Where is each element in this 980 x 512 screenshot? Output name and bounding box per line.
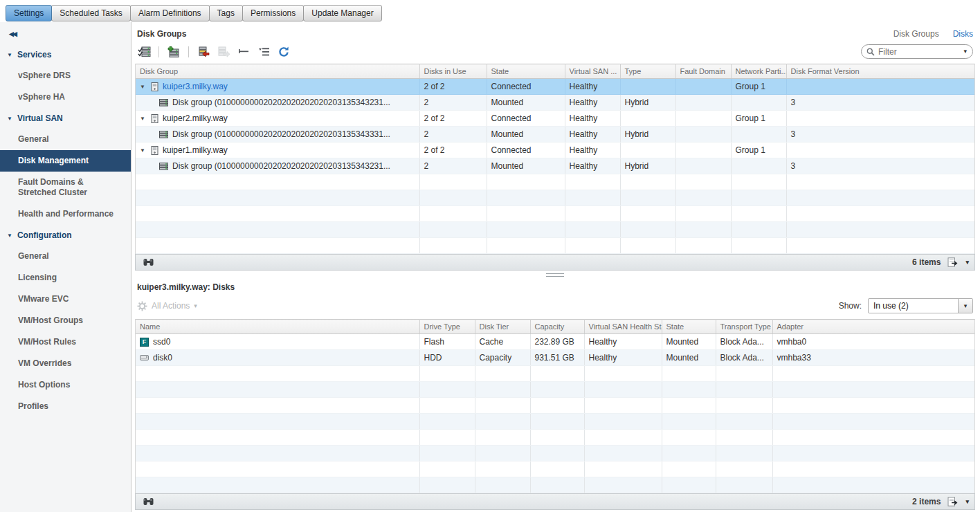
sidebar-item-vsphere-drs[interactable]: vSphere DRS (0, 65, 131, 86)
disk-group-icon (159, 163, 168, 170)
sidebar-collapse-icon[interactable]: ◀◀ (0, 29, 131, 44)
sidebar-item-vm-host-rules[interactable]: VM/Host Rules (0, 331, 131, 353)
cell-state: Connected (487, 111, 565, 127)
empty-cell (731, 174, 786, 190)
column-header-adapter[interactable]: Adapter (772, 320, 974, 334)
sidebar-item-host-options[interactable]: Host Options (0, 374, 131, 396)
sidebar-item-health-and-performance[interactable]: Health and Performance (0, 203, 131, 225)
row-expander-icon[interactable]: ▼ (140, 84, 147, 90)
view-link-disks[interactable]: Disks (953, 29, 973, 39)
find-icon[interactable] (141, 256, 155, 268)
refresh-icon[interactable] (277, 46, 291, 58)
column-header-disk-tier[interactable]: Disk Tier (475, 320, 530, 334)
export-icon[interactable] (946, 256, 960, 268)
create-disk-group-icon[interactable] (167, 46, 181, 58)
row-expander-icon[interactable]: ▼ (140, 116, 147, 122)
tab-permissions[interactable]: Permissions (242, 5, 304, 21)
expand-all-icon[interactable] (257, 46, 271, 58)
filter-caret-icon[interactable]: ▾ (963, 48, 967, 55)
all-actions-button[interactable]: All Actions ▾ (137, 301, 197, 311)
empty-cell (565, 238, 620, 254)
column-header-transport-type[interactable]: Transport Type (716, 320, 772, 334)
sidebar-section-virtual-san[interactable]: ▼Virtual SAN (0, 108, 131, 129)
sidebar-item-licensing[interactable]: Licensing (0, 267, 131, 289)
column-header-network-parti[interactable]: Network Parti... (731, 64, 786, 79)
sidebar-section-services[interactable]: ▼Services (0, 44, 131, 65)
column-header-fault-domain[interactable]: Fault Domain (675, 64, 731, 79)
filter-input[interactable] (878, 47, 960, 57)
empty-row (136, 382, 974, 398)
empty-row (136, 477, 974, 493)
sidebar-item-profiles[interactable]: Profiles (0, 396, 131, 417)
cell-state: Connected (487, 143, 565, 158)
sidebar-item-general[interactable]: General (0, 129, 131, 150)
cell-state: Mounted (487, 127, 565, 143)
view-link-disk-groups[interactable]: Disk Groups (893, 29, 939, 39)
column-header-state[interactable]: State (662, 320, 716, 334)
empty-cell (620, 222, 675, 238)
host-name-link[interactable]: kuiper3.milky.way (163, 82, 228, 91)
host-name-link[interactable]: kuiper1.milky.way (163, 145, 228, 155)
filter-box[interactable]: ▾ (861, 44, 973, 59)
show-dropdown[interactable]: In use (2) ▾ (868, 298, 973, 313)
export-caret-icon[interactable]: ▾ (965, 499, 969, 505)
disk-group-row[interactable]: Disk group (0100000000202020202020202031… (136, 95, 974, 111)
tab-scheduled-tasks[interactable]: Scheduled Tasks (51, 5, 131, 21)
empty-cell (675, 206, 731, 222)
disk-row[interactable]: Fssd0FlashCache232.89 GBHealthyMountedBl… (136, 334, 974, 350)
column-header-drive-type[interactable]: Drive Type (419, 320, 475, 334)
column-header-virtual-san-health-status[interactable]: Virtual SAN Health Status (584, 320, 662, 334)
sidebar-item-vm-overrides[interactable]: VM Overrides (0, 353, 131, 374)
empty-cell (662, 446, 716, 461)
disk-group-row[interactable]: Disk group (0100000000202020202020202031… (136, 127, 974, 143)
export-caret-icon[interactable]: ▾ (965, 259, 969, 266)
column-header-state[interactable]: State (487, 64, 565, 79)
column-header-type[interactable]: Type (620, 64, 675, 79)
empty-cell (662, 477, 716, 493)
panel-splitter[interactable] (135, 271, 975, 280)
empty-cell (772, 366, 974, 382)
host-name-link[interactable]: kuiper2.milky.way (163, 113, 228, 123)
column-header-virtual-san[interactable]: Virtual SAN ... (565, 64, 620, 79)
empty-cell (530, 461, 584, 477)
empty-cell (136, 446, 419, 461)
sidebar-item-vm-host-groups[interactable]: VM/Host Groups (0, 310, 131, 331)
tab-update-manager[interactable]: Update Manager (303, 5, 381, 21)
empty-cell (419, 190, 487, 206)
sidebar-item-fault-domains-stretched-cluster[interactable]: Fault Domains & Stretched Cluster (0, 172, 131, 203)
collapse-all-icon[interactable] (237, 46, 251, 58)
disk-row[interactable]: disk0HDDCapacity931.51 GBHealthyMountedB… (136, 350, 974, 366)
sidebar-section-configuration[interactable]: ▼Configuration (0, 225, 131, 246)
disk-group-row[interactable]: Disk group (0100000000202020202020202031… (136, 158, 974, 174)
column-header-capacity[interactable]: Capacity (530, 320, 584, 334)
empty-cell (136, 398, 419, 414)
export-icon[interactable] (946, 495, 960, 508)
column-header-disk-format-version[interactable]: Disk Format Version (786, 64, 974, 79)
column-header-disks-in-use[interactable]: Disks in Use (419, 64, 487, 79)
empty-cell (716, 430, 772, 446)
empty-cell (136, 174, 419, 190)
tab-alarm-definitions[interactable]: Alarm Definitions (130, 5, 210, 21)
empty-cell (136, 461, 419, 477)
sidebar-item-vmware-evc[interactable]: VMware EVC (0, 289, 131, 310)
host-row[interactable]: ▼kuiper1.milky.way2 of 2ConnectedHealthy… (136, 143, 974, 158)
remove-disk-group-icon[interactable] (197, 46, 210, 58)
cell-disk-format-version: 3 (786, 127, 974, 143)
tab-settings[interactable]: Settings (6, 5, 52, 21)
row-expander-icon[interactable]: ▼ (140, 147, 147, 154)
column-header-name[interactable]: Name (136, 320, 419, 334)
sidebar-item-vsphere-ha[interactable]: vSphere HA (0, 86, 131, 108)
name-cell: Disk group (0100000000202020202020202031… (136, 127, 419, 143)
claim-disks-icon[interactable] (137, 46, 151, 58)
tab-tags[interactable]: Tags (209, 5, 243, 21)
find-icon[interactable] (141, 495, 155, 508)
empty-cell (716, 366, 772, 382)
column-header-disk-group[interactable]: Disk Group (136, 64, 419, 79)
cell-vsan-health-status: Healthy (584, 350, 662, 366)
empty-cell (565, 190, 620, 206)
host-row[interactable]: ▼kuiper2.milky.way2 of 2ConnectedHealthy… (136, 111, 974, 127)
show-dropdown-caret-icon[interactable]: ▾ (958, 299, 972, 313)
host-row[interactable]: ▼kuiper3.milky.way2 of 2ConnectedHealthy… (136, 79, 974, 95)
sidebar-item-disk-management[interactable]: Disk Management (0, 150, 131, 172)
sidebar-item-general[interactable]: General (0, 246, 131, 267)
